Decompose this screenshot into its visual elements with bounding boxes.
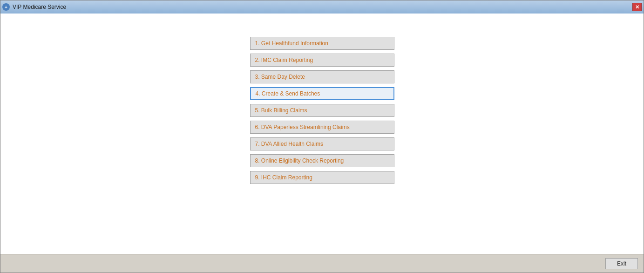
menu-item-8[interactable]: 8. Online Eligibility Check Reporting bbox=[250, 154, 394, 167]
title-bar-buttons: ✕ bbox=[632, 3, 642, 11]
title-bar-left: + VIP Medicare Service bbox=[2, 3, 66, 11]
close-button[interactable]: ✕ bbox=[632, 3, 642, 11]
title-bar: + VIP Medicare Service ✕ bbox=[0, 0, 644, 14]
menu-item-2[interactable]: 2. IMC Claim Reporting bbox=[250, 54, 394, 67]
main-area: 1. Get Healthfund Information2. IMC Clai… bbox=[0, 14, 644, 254]
window-title: VIP Medicare Service bbox=[13, 4, 66, 10]
bottom-bar: Exit bbox=[0, 254, 644, 273]
menu-item-9[interactable]: 9. IHC Claim Reporting bbox=[250, 171, 394, 184]
menu-list: 1. Get Healthfund Information2. IMC Clai… bbox=[250, 37, 394, 184]
menu-item-5[interactable]: 5. Bulk Billing Claims bbox=[250, 104, 394, 117]
menu-item-3[interactable]: 3. Same Day Delete bbox=[250, 70, 394, 83]
window-content: 1. Get Healthfund Information2. IMC Clai… bbox=[0, 14, 644, 273]
main-window: + VIP Medicare Service ✕ 1. Get Healthfu… bbox=[0, 0, 644, 273]
app-icon: + bbox=[2, 3, 10, 11]
menu-item-7[interactable]: 7. DVA Allied Health Claims bbox=[250, 137, 394, 150]
menu-item-6[interactable]: 6. DVA Paperless Streamlining Claims bbox=[250, 121, 394, 134]
menu-item-1[interactable]: 1. Get Healthfund Information bbox=[250, 37, 394, 50]
menu-item-4[interactable]: 4. Create & Send Batches bbox=[250, 87, 394, 100]
exit-button[interactable]: Exit bbox=[605, 258, 638, 269]
